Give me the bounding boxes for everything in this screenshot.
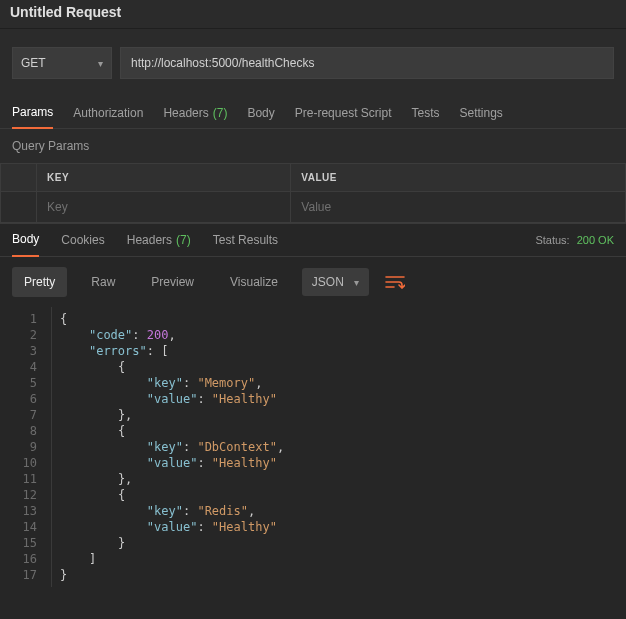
response-bar: Body Cookies Headers (7) Test Results St… <box>0 223 626 257</box>
http-method-value: GET <box>21 56 46 70</box>
format-value: JSON <box>312 275 344 289</box>
kv-key-input[interactable]: Key <box>37 192 291 223</box>
tab-authorization[interactable]: Authorization <box>73 97 143 129</box>
response-toolbar: Pretty Raw Preview Visualize JSON ▾ <box>0 257 626 307</box>
line-number-gutter: 1234567891011121314151617 <box>0 307 52 587</box>
tab-headers[interactable]: Headers (7) <box>163 97 227 129</box>
resp-tab-headers[interactable]: Headers (7) <box>127 223 191 257</box>
tab-settings[interactable]: Settings <box>460 97 503 129</box>
tab-body[interactable]: Body <box>247 97 274 129</box>
response-tabs: Body Cookies Headers (7) Test Results <box>12 223 278 257</box>
query-params-table: KEY VALUE Key Value <box>0 163 626 223</box>
kv-value-header: VALUE <box>291 164 626 192</box>
tab-headers-count: (7) <box>213 106 228 120</box>
kv-checkbox-header <box>1 164 37 192</box>
resp-tab-test-results[interactable]: Test Results <box>213 223 278 257</box>
resp-tab-headers-count: (7) <box>176 233 191 247</box>
raw-button[interactable]: Raw <box>79 267 127 297</box>
tab-prerequest[interactable]: Pre-request Script <box>295 97 392 129</box>
request-url-input[interactable] <box>120 47 614 79</box>
chevron-down-icon: ▾ <box>354 277 359 288</box>
status-value: 200 OK <box>577 234 614 246</box>
resp-tab-cookies[interactable]: Cookies <box>61 223 104 257</box>
tab-headers-label: Headers <box>163 106 208 120</box>
chevron-down-icon: ▾ <box>98 58 103 69</box>
request-tabs: Params Authorization Headers (7) Body Pr… <box>0 97 626 129</box>
kv-checkbox-cell[interactable] <box>1 192 37 223</box>
request-title: Untitled Request <box>0 0 626 29</box>
kv-key-header: KEY <box>37 164 291 192</box>
response-status: Status: 200 OK <box>535 234 614 246</box>
status-label: Status: <box>535 234 569 246</box>
resp-tab-headers-label: Headers <box>127 233 172 247</box>
response-body-editor[interactable]: 1234567891011121314151617 { "code": 200,… <box>0 307 626 587</box>
visualize-button[interactable]: Visualize <box>218 267 290 297</box>
tab-params[interactable]: Params <box>12 97 53 129</box>
resp-tab-body[interactable]: Body <box>12 223 39 257</box>
query-params-label: Query Params <box>0 129 626 163</box>
format-select[interactable]: JSON ▾ <box>302 268 369 296</box>
pretty-button[interactable]: Pretty <box>12 267 67 297</box>
table-row[interactable]: Key Value <box>1 192 626 223</box>
kv-value-input[interactable]: Value <box>291 192 626 223</box>
http-method-select[interactable]: GET ▾ <box>12 47 112 79</box>
wrap-lines-icon[interactable] <box>381 268 409 296</box>
tab-tests[interactable]: Tests <box>411 97 439 129</box>
code-content: { "code": 200, "errors": [ { "key": "Mem… <box>52 307 292 587</box>
preview-button[interactable]: Preview <box>139 267 206 297</box>
request-row: GET ▾ <box>0 29 626 97</box>
